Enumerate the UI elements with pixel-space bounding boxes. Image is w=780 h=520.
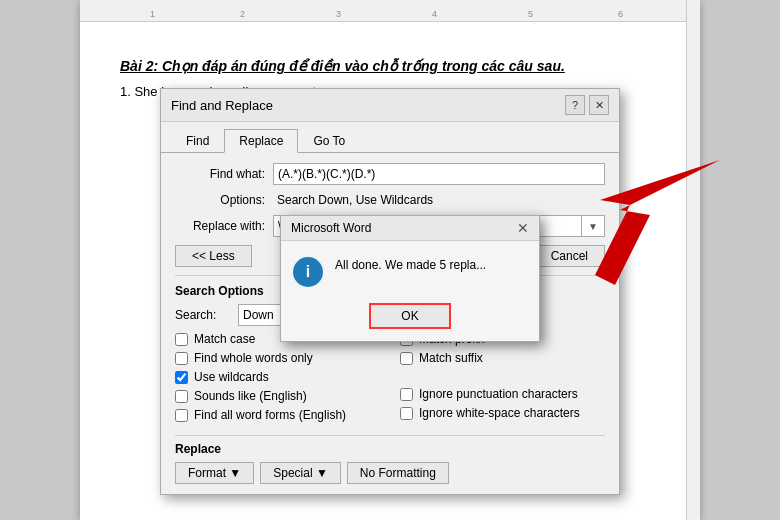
- sounds-like-row: Sounds like (English): [175, 389, 380, 403]
- match-suffix-row: Match suffix: [400, 351, 605, 365]
- replace-section: Replace Format ▼ Special ▼ No Formatting: [175, 435, 605, 484]
- sounds-like-checkbox[interactable]: [175, 390, 188, 403]
- checkboxes-right: Match prefix Match suffix Ignore punctua…: [400, 332, 605, 427]
- popup-footer: OK: [281, 303, 539, 341]
- less-button[interactable]: << Less: [175, 245, 252, 267]
- match-case-checkbox[interactable]: [175, 333, 188, 346]
- replace-with-label: Replace with:: [175, 219, 265, 233]
- format-button[interactable]: Format ▼: [175, 462, 254, 484]
- ignore-space-label: Ignore white-space characters: [419, 406, 580, 420]
- match-case-label: Match case: [194, 332, 255, 346]
- ignore-space-row: Ignore white-space characters: [400, 406, 605, 420]
- match-suffix-checkbox[interactable]: [400, 352, 413, 365]
- all-word-forms-checkbox[interactable]: [175, 409, 188, 422]
- replace-dropdown[interactable]: ▼: [581, 215, 605, 237]
- whole-words-label: Find whole words only: [194, 351, 313, 365]
- whole-words-row: Find whole words only: [175, 351, 380, 365]
- dialog-tabs: Find Replace Go To: [161, 122, 619, 153]
- ruler-mark-2: 2: [240, 9, 245, 19]
- options-label: Options:: [175, 193, 265, 207]
- options-value: Search Down, Use Wildcards: [277, 193, 433, 207]
- replace-buttons: Format ▼ Special ▼ No Formatting: [175, 462, 605, 484]
- cancel-button[interactable]: Cancel: [534, 245, 605, 267]
- find-what-row: Find what:: [175, 163, 605, 185]
- popup-title: Microsoft Word: [291, 221, 371, 235]
- all-word-forms-label: Find all word forms (English): [194, 408, 346, 422]
- ignore-punct-checkbox[interactable]: [400, 388, 413, 401]
- tab-replace[interactable]: Replace: [224, 129, 298, 153]
- ignore-space-checkbox[interactable]: [400, 407, 413, 420]
- match-suffix-label: Match suffix: [419, 351, 483, 365]
- all-word-forms-row: Find all word forms (English): [175, 408, 380, 422]
- popup-ok-button[interactable]: OK: [369, 303, 450, 329]
- tab-find[interactable]: Find: [171, 129, 224, 153]
- dialog-close-button[interactable]: ✕: [589, 95, 609, 115]
- info-icon: i: [293, 257, 323, 287]
- scrollbar[interactable]: [686, 0, 700, 520]
- ms-word-popup: Microsoft Word ✕ i All done. We made 5 r…: [280, 215, 540, 342]
- use-wildcards-label: Use wildcards: [194, 370, 269, 384]
- checkboxes-left: Match case Find whole words only Use wil…: [175, 332, 380, 427]
- use-wildcards-checkbox[interactable]: [175, 371, 188, 384]
- dialog-title: Find and Replace: [171, 98, 273, 113]
- popup-body: i All done. We made 5 repla...: [281, 241, 539, 303]
- find-what-label: Find what:: [175, 167, 265, 181]
- ruler-marks: 1 2 3 4 5 6: [90, 0, 690, 21]
- dialog-controls: ? ✕: [565, 95, 609, 115]
- no-formatting-button[interactable]: No Formatting: [347, 462, 449, 484]
- replace-section-title: Replace: [175, 442, 605, 456]
- ruler-mark-3: 3: [336, 9, 341, 19]
- whole-words-checkbox[interactable]: [175, 352, 188, 365]
- doc-heading: Bài 2: Chọn đáp án đúng để điền vào chỗ …: [120, 58, 660, 74]
- special-button[interactable]: Special ▼: [260, 462, 341, 484]
- ruler-mark-5: 5: [528, 9, 533, 19]
- popup-message: All done. We made 5 repla...: [335, 257, 527, 274]
- tab-goto[interactable]: Go To: [298, 129, 360, 153]
- popup-close-button[interactable]: ✕: [517, 221, 529, 235]
- search-label: Search:: [175, 308, 230, 322]
- options-row: Options: Search Down, Use Wildcards: [175, 193, 605, 207]
- ignore-punct-label: Ignore punctuation characters: [419, 387, 578, 401]
- use-wildcards-row: Use wildcards: [175, 370, 380, 384]
- ruler-mark-1: 1: [150, 9, 155, 19]
- checkboxes-container: Match case Find whole words only Use wil…: [175, 332, 605, 427]
- popup-titlebar: Microsoft Word ✕: [281, 216, 539, 241]
- ruler-mark-4: 4: [432, 9, 437, 19]
- ignore-punct-row: Ignore punctuation characters: [400, 387, 605, 401]
- find-what-input[interactable]: [273, 163, 605, 185]
- sounds-like-label: Sounds like (English): [194, 389, 307, 403]
- ruler-mark-6: 6: [618, 9, 623, 19]
- ruler: 1 2 3 4 5 6: [80, 0, 700, 22]
- dialog-help-button[interactable]: ?: [565, 95, 585, 115]
- dialog-titlebar: Find and Replace ? ✕: [161, 89, 619, 122]
